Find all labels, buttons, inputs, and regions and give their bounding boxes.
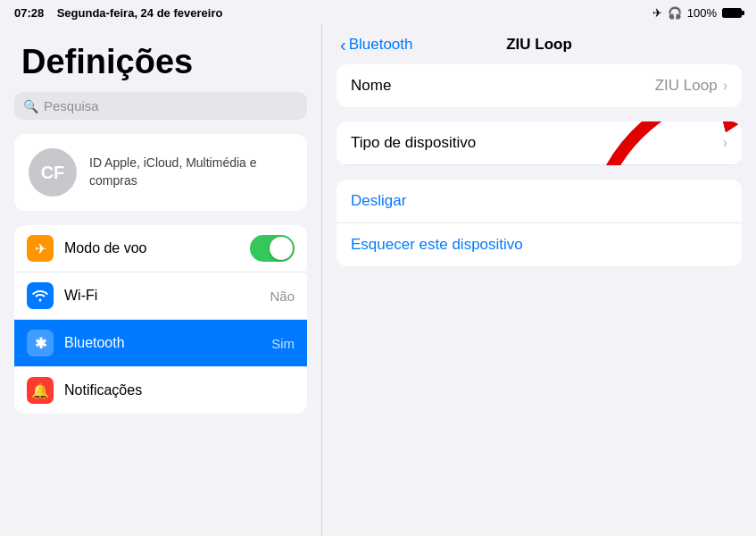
back-label: Bluetooth	[349, 36, 413, 54]
back-button[interactable]: ‹ Bluetooth	[340, 35, 413, 55]
avatar: CF	[29, 148, 77, 197]
status-time-date: 07:28 Segunda-feira, 24 de fevereiro	[14, 6, 222, 20]
main-layout: Definições 🔍 Pesquisa CF ID Apple, iClou…	[0, 25, 756, 536]
name-group: Nome ZIU Loop ›	[336, 64, 742, 107]
forget-label: Esquecer este dispositivo	[351, 236, 523, 254]
toggle-thumb	[270, 237, 293, 260]
search-placeholder: Pesquisa	[44, 98, 99, 113]
airplane-label: Modo de voo	[64, 240, 239, 256]
name-label: Nome	[351, 77, 655, 95]
profile-description: ID Apple, iCloud, Multimédia e compras	[89, 155, 293, 189]
right-nav-bar: ‹ Bluetooth ZIU Loop	[322, 25, 756, 64]
disconnect-button[interactable]: Desligar	[336, 180, 742, 223]
profile-card[interactable]: CF ID Apple, iCloud, Multimédia e compra…	[14, 134, 307, 211]
type-label: Tipo de dispositivo	[351, 134, 723, 152]
name-item[interactable]: Nome ZIU Loop ›	[336, 64, 742, 107]
sidebar-item-notifications[interactable]: 🔔 Notificações	[14, 367, 307, 414]
settings-group: ✈ Modo de voo Wi-Fi Não	[14, 225, 307, 414]
headphones-icon: 🎧	[668, 6, 682, 20]
airplane-mode-icon: ✈	[27, 235, 54, 262]
notifications-label: Notificações	[64, 382, 295, 398]
sidebar-item-wifi[interactable]: Wi-Fi Não	[14, 272, 307, 320]
wifi-value: Não	[270, 289, 295, 304]
status-date: Segunda-feira, 24 de fevereiro	[57, 6, 223, 20]
sidebar-item-airplane[interactable]: ✈ Modo de voo	[14, 225, 307, 272]
bluetooth-icon: ✱	[27, 330, 54, 356]
disconnect-label: Desligar	[351, 192, 406, 210]
sidebar: Definições 🔍 Pesquisa CF ID Apple, iClou…	[0, 25, 321, 536]
name-chevron-icon: ›	[723, 78, 727, 94]
right-panel: ‹ Bluetooth ZIU Loop Nome ZIU Loop › Tip…	[322, 25, 756, 536]
type-item[interactable]: Tipo de dispositivo ›	[336, 121, 742, 165]
nav-title: ZIU Loop	[506, 36, 572, 54]
name-value: ZIU Loop	[655, 77, 718, 95]
actions-group: Desligar Esquecer este dispositivo	[336, 180, 742, 266]
battery-label: 100%	[687, 6, 717, 20]
search-icon: 🔍	[23, 99, 38, 113]
status-indicators: ✈ 🎧 100%	[652, 6, 742, 20]
wifi-label: Wi-Fi	[64, 288, 259, 304]
bluetooth-value: Sim	[271, 336, 295, 351]
airplane-toggle[interactable]	[250, 235, 295, 262]
forget-button[interactable]: Esquecer este dispositivo	[336, 223, 742, 266]
sidebar-item-bluetooth[interactable]: ✱ Bluetooth Sim	[14, 320, 307, 367]
status-time: 07:28	[14, 6, 44, 20]
status-bar: 07:28 Segunda-feira, 24 de fevereiro ✈ 🎧…	[0, 0, 756, 25]
battery-icon	[722, 8, 742, 18]
type-chevron-icon: ›	[723, 135, 727, 151]
sidebar-title: Definições	[0, 25, 321, 92]
search-bar[interactable]: 🔍 Pesquisa	[14, 92, 307, 120]
notifications-icon: 🔔	[27, 377, 54, 404]
bluetooth-label: Bluetooth	[64, 335, 261, 351]
wifi-icon	[27, 282, 54, 309]
airplane-icon: ✈	[652, 6, 662, 20]
type-group: Tipo de dispositivo ›	[336, 121, 742, 165]
back-chevron-icon: ‹	[340, 35, 346, 55]
